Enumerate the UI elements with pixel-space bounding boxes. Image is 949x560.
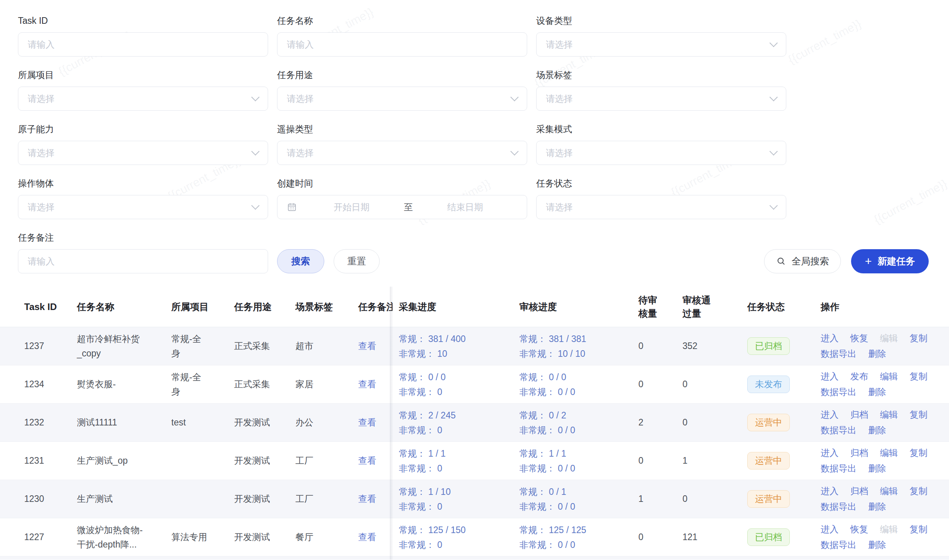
edit-link[interactable]: 编辑 (880, 371, 898, 382)
project-placeholder: 请选择 (28, 93, 55, 105)
operate-object-select[interactable]: 请选择 (18, 195, 268, 219)
remark-view-link[interactable]: 查看 (358, 415, 376, 430)
task-remark-input[interactable] (18, 249, 268, 273)
collect-mode-select[interactable]: 请选择 (536, 141, 786, 165)
task-name-input[interactable] (277, 32, 527, 57)
edit-link[interactable]: 编辑 (880, 448, 898, 458)
purpose-select[interactable]: 请选择 (277, 87, 527, 111)
search-button[interactable]: 搜索 (277, 249, 324, 273)
cell-pending-count: 0 (632, 365, 676, 403)
scene-tag-select[interactable]: 请选择 (536, 87, 786, 111)
chevron-down-icon (251, 201, 259, 209)
archive-link[interactable]: 归档 (850, 448, 868, 458)
enter-link[interactable]: 进入 (821, 524, 839, 535)
status-badge: 已归档 (747, 337, 790, 355)
atomic-ability-label: 原子能力 (18, 124, 268, 134)
export-link[interactable]: 数据导出 (821, 540, 857, 550)
delete-link[interactable]: 删除 (868, 349, 886, 359)
publish-link[interactable]: 发布 (850, 371, 868, 382)
delete-link[interactable]: 删除 (868, 425, 886, 436)
export-link[interactable]: 数据导出 (821, 502, 857, 512)
archive-link[interactable]: 归档 (850, 486, 868, 496)
chevron-down-icon (770, 39, 778, 47)
edit-link[interactable]: 编辑 (880, 524, 898, 535)
cell-scene: 办公 (289, 404, 352, 441)
review-progress: 常规： 0 / 0非常规： 0 / 0 (519, 370, 575, 399)
project-select[interactable]: 请选择 (18, 87, 268, 111)
atomic-ability-placeholder: 请选择 (28, 147, 55, 159)
create-time-range-picker[interactable]: 开始日期 至 结束日期 (277, 195, 527, 219)
export-link[interactable]: 数据导出 (821, 425, 857, 436)
cell-purpose: 开发测试 (228, 518, 289, 556)
copy-link[interactable]: 复制 (910, 409, 928, 420)
reset-button[interactable]: 重置 (334, 249, 380, 273)
row-actions: 进入 发布 编辑 复制 数据导出 删除 (821, 371, 943, 397)
table-row: 1231 生产测试_op 开发测试 工厂 查看 常规： 1 / 1非常规： 0 … (0, 442, 949, 480)
filter-create-time: 创建时间 开始日期 至 结束日期 (277, 178, 527, 219)
remark-view-link[interactable]: 查看 (358, 492, 376, 506)
row-actions: 进入 归档 编辑 复制 数据导出 删除 (821, 448, 943, 474)
col-header-task-id: Task ID (0, 287, 71, 327)
table-row: 1230 生产测试 开发测试 工厂 查看 常规： 1 / 10非常规： 0 常规… (0, 480, 949, 518)
cell-task-id: 1227 (0, 518, 71, 556)
table-row: 1234 熨烫衣服- 常规-全身 正式采集 家居 查看 常规： 0 / 0非常规… (0, 365, 949, 404)
enter-link[interactable]: 进入 (821, 486, 839, 496)
col-header-remark: 任务备注 (352, 287, 393, 327)
device-type-placeholder: 请选择 (546, 39, 573, 51)
edit-link[interactable]: 编辑 (880, 409, 898, 420)
atomic-ability-select[interactable]: 请选择 (18, 141, 268, 165)
task-status-select[interactable]: 请选择 (536, 195, 786, 219)
filter-task-status: 任务状态 请选择 (536, 178, 786, 219)
chevron-down-icon (510, 93, 519, 101)
cell-pending-count: 0 (632, 442, 676, 480)
archive-link[interactable]: 归档 (850, 409, 868, 420)
remark-view-link[interactable]: 查看 (358, 530, 376, 544)
delete-link[interactable]: 删除 (868, 502, 886, 512)
restore-link[interactable]: 恢复 (850, 524, 868, 535)
filter-panel: Task ID 任务名称 设备类型 请选择 所属项目 请选择 任务用途 请选择 (0, 0, 949, 273)
cell-purpose: 开发测试 (228, 442, 289, 480)
teleop-type-select[interactable]: 请选择 (277, 141, 527, 165)
export-link[interactable]: 数据导出 (821, 349, 857, 359)
table-row: 1227 微波炉加热食物-干扰-depth降... 算法专用 开发测试 餐厅 查… (0, 518, 949, 556)
row-actions: 进入 归档 编辑 复制 数据导出 删除 (821, 486, 943, 512)
enter-link[interactable]: 进入 (821, 448, 839, 458)
date-range-separator: 至 (404, 201, 413, 213)
edit-link[interactable]: 编辑 (880, 333, 898, 344)
task-id-input[interactable] (18, 32, 268, 57)
cell-pending-count: 1 (632, 480, 676, 518)
collect-progress: 常规： 125 / 150非常规： 0 (399, 523, 466, 552)
cell-scene: 超市 (289, 327, 352, 365)
end-date-placeholder[interactable]: 结束日期 (413, 201, 517, 213)
remark-view-link[interactable]: 查看 (358, 339, 376, 353)
row-actions: 进入 归档 编辑 复制 数据导出 删除 (821, 409, 943, 436)
col-header-scene: 场景标签 (289, 287, 352, 327)
delete-link[interactable]: 删除 (868, 387, 886, 397)
enter-link[interactable]: 进入 (821, 371, 839, 382)
copy-link[interactable]: 复制 (910, 524, 928, 535)
create-task-button[interactable]: + 新建任务 (851, 249, 929, 273)
status-badge: 未发布 (747, 376, 790, 393)
start-date-placeholder[interactable]: 开始日期 (299, 201, 404, 213)
delete-link[interactable]: 删除 (868, 540, 886, 550)
device-type-select[interactable]: 请选择 (536, 32, 786, 57)
enter-link[interactable]: 进入 (821, 409, 839, 420)
status-badge: 已归档 (747, 528, 790, 546)
copy-link[interactable]: 复制 (910, 448, 928, 458)
copy-link[interactable]: 复制 (910, 371, 928, 382)
cell-purpose: 开发测试 (228, 404, 289, 441)
cell-task-name: 超市冷鲜柜补货_copy (71, 327, 165, 365)
export-link[interactable]: 数据导出 (821, 463, 857, 474)
remark-view-link[interactable]: 查看 (358, 377, 376, 392)
copy-link[interactable]: 复制 (910, 486, 928, 496)
global-search-button[interactable]: 全局搜索 (764, 249, 841, 273)
chevron-down-icon (770, 201, 778, 209)
export-link[interactable]: 数据导出 (821, 387, 857, 397)
edit-link[interactable]: 编辑 (880, 486, 898, 496)
copy-link[interactable]: 复制 (910, 333, 928, 344)
delete-link[interactable]: 删除 (868, 463, 886, 474)
remark-view-link[interactable]: 查看 (358, 454, 376, 468)
enter-link[interactable]: 进入 (821, 333, 839, 344)
filter-purpose: 任务用途 请选择 (277, 70, 527, 111)
restore-link[interactable]: 恢复 (850, 333, 868, 344)
